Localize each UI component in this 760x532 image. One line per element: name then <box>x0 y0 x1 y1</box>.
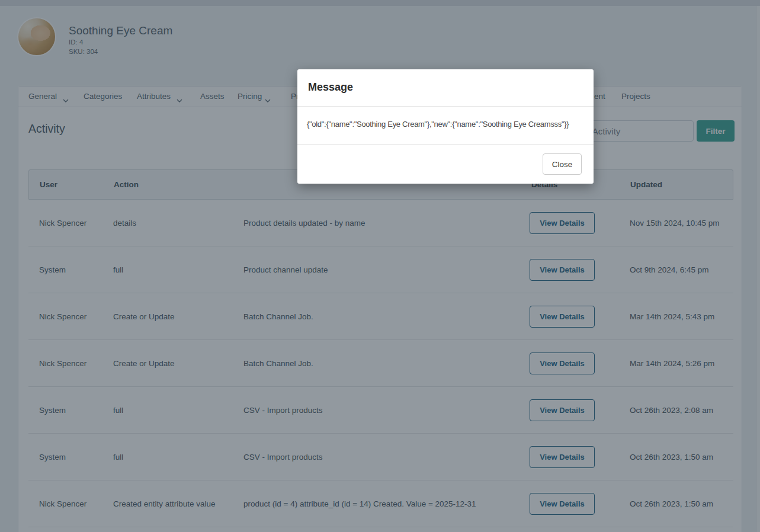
modal-footer: Close <box>297 144 594 184</box>
message-modal: Message {"old":{"name":"Soothing Eye Cre… <box>297 69 594 184</box>
close-button[interactable]: Close <box>543 153 582 175</box>
modal-header: Message <box>297 69 594 107</box>
modal-title: Message <box>308 81 353 94</box>
modal-body: {"old":{"name":"Soothing Eye Cream"},"ne… <box>297 107 594 144</box>
modal-message-text: {"old":{"name":"Soothing Eye Cream"},"ne… <box>307 120 585 129</box>
